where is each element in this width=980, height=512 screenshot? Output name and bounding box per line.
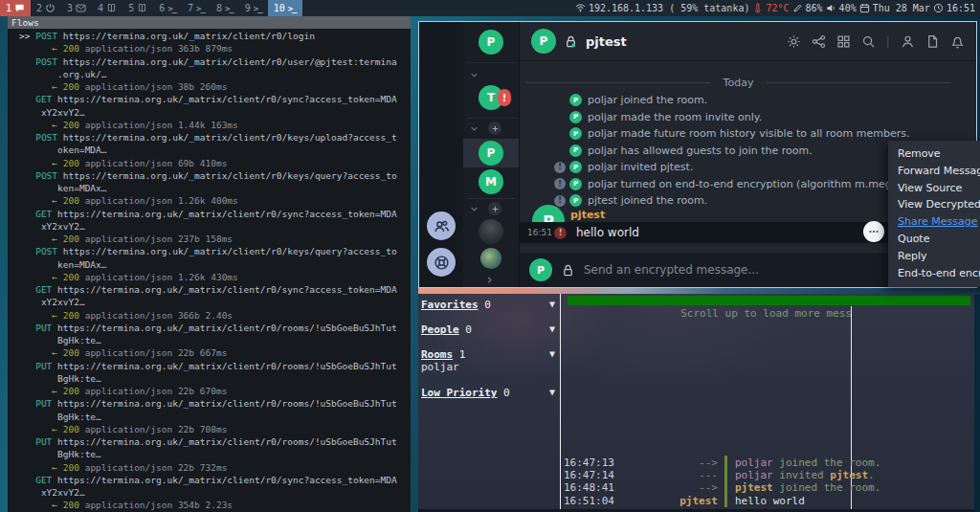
collapse-triangle-icon[interactable]: ▼ [549,323,555,334]
flow-line[interactable]: BgHk:te… [8,411,411,423]
workspace-7[interactable]: 7>_ [182,0,211,16]
room-avatar-m[interactable]: M [479,169,503,194]
flow-line[interactable]: ← 200 application/json 1.26k 430ms [8,271,411,283]
flow-line[interactable]: PUT https://termina.org.uk/_matrix/clien… [8,360,411,372]
flow-line[interactable]: BgHk:te… [8,448,411,460]
flow-line[interactable]: PUT https://termina.org.uk/_matrix/clien… [8,322,411,334]
unencrypted-warning-icon: ! [554,162,566,173]
flow-line[interactable]: BgHk:te… [8,372,411,385]
chevron-down-icon[interactable] [469,204,479,214]
flow-line[interactable]: ← 200 application/json 354b 2.23s [8,499,411,511]
flow-line[interactable]: GET https://termina.org.uk/_matrix/clien… [8,283,411,296]
workspace-5[interactable]: 5 [122,0,153,16]
flow-line[interactable]: xY2xvY2… [8,296,411,308]
time: 16:51 [947,3,975,13]
room-avatar-image[interactable] [480,248,501,269]
room-avatar-pjtest[interactable]: P [479,141,503,166]
flow-line[interactable]: GET https://termina.org.uk/_matrix/clien… [8,208,411,220]
room-avatar-image[interactable] [479,219,503,244]
share-icon[interactable] [812,34,826,49]
event-text: pjtest joined the room. [588,194,707,207]
notifications-bell-icon[interactable] [950,34,965,49]
flow-line[interactable]: >> POST https://termina.org.uk/_matrix/c… [8,30,411,42]
section-people[interactable]: People 0 [421,323,472,336]
unverified-warning-icon: ! [554,227,567,239]
members-icon[interactable] [901,34,915,49]
flow-line[interactable]: POST https://termina.org.uk/_matrix/clie… [8,56,411,68]
explore-rooms-button[interactable] [427,248,456,277]
message-options-button[interactable] [863,221,884,242]
account-avatar[interactable]: P [479,30,503,55]
flow-line[interactable]: oken=MDA… [8,144,411,156]
flow-line[interactable]: ← 200 application/json 22b 667ms [8,346,411,359]
add-room-icon[interactable] [488,122,501,135]
settings-gear-icon[interactable] [787,34,801,49]
search-icon[interactable] [861,34,876,49]
flow-line[interactable]: ← 200 application/json 363b 879ms [8,42,411,55]
matrix-room-rail: P T ! P M [463,22,520,287]
menu-item-quote[interactable]: Quote [888,231,980,248]
chevron-right-icon[interactable] [484,275,495,285]
flow-line[interactable]: ← 200 application/json 1.44k 163ms [8,119,411,131]
terminal-icon: >_ [225,3,234,13]
flow-line[interactable]: xY2xvY2… [8,106,411,119]
workspace-1[interactable]: 1 [0,0,31,16]
flow-line[interactable]: ken=MDAx… [8,182,411,194]
chevron-down-icon[interactable] [469,123,479,134]
message-time: 16:51:04 [564,495,617,507]
composer-placeholder[interactable]: Send an encrypted message... [584,263,759,277]
flow-line[interactable]: ← 200 application/json 38b 260ms [8,80,411,93]
chevron-down-icon[interactable] [469,70,479,80]
collapse-triangle-icon[interactable]: ▼ [549,299,555,309]
section-favorites[interactable]: Favorites 0 [421,299,491,311]
flow-line[interactable]: ← 200 application/json 1.26k 400ms [8,194,411,207]
add-room-icon[interactable] [488,202,501,215]
menu-item-share-message[interactable]: Share Message [888,213,980,231]
workspace-number: 8 [216,3,222,13]
history-load-bar [568,296,970,305]
flow-line[interactable]: PUT https://termina.org.uk/_matrix/clien… [8,397,411,410]
menu-item-remove[interactable]: Remove [888,145,980,163]
collapse-triangle-icon[interactable]: ▼ [549,387,555,397]
section-rooms[interactable]: Rooms 1 [421,348,465,361]
flow-line[interactable]: ← 200 application/json 237b 158ms [8,233,411,245]
flow-line[interactable]: BgHk:te… [8,334,411,346]
workspace-10[interactable]: 10>_ [268,0,302,16]
workspace-4[interactable]: 4 [92,0,122,16]
direct-chats-button[interactable] [427,211,456,240]
flow-line[interactable]: ← 200 application/json 22b 732ms [8,461,411,474]
message-part: hello world [735,495,805,507]
flow-line[interactable]: xY2xvY2… [8,220,411,233]
flow-line[interactable]: PUT https://termina.org.uk/_matrix/clien… [8,435,411,448]
grid-icon[interactable] [836,34,851,49]
flow-line[interactable]: POST https://termina.org.uk/_matrix/clie… [8,245,411,257]
collapse-triangle-icon[interactable]: ▼ [549,348,555,359]
flow-line[interactable]: xY2xvY2… [8,486,411,499]
flow-line[interactable]: GET https://termina.org.uk/_matrix/clien… [8,93,411,105]
workspace-8[interactable]: 8>_ [211,0,239,16]
menu-item-forward-message[interactable]: Forward Message [888,163,980,180]
flow-line[interactable]: POST https://termina.org.uk/_matrix/clie… [8,169,411,182]
section-low-priority[interactable]: Low Priority 0 [421,387,510,399]
workspace-6[interactable]: 6>_ [153,0,182,16]
flow-line[interactable]: GET https://termina.org.uk/_matrix/clien… [8,474,411,486]
flow-line[interactable]: ken=MDAx… [8,258,411,271]
flow-line[interactable]: ← 200 application/json 366b 2.40s [8,309,411,322]
gomuks-message: 16:51:04pjtesthello world [564,495,840,507]
menu-item-reply[interactable]: Reply [888,248,980,265]
room-header-avatar[interactable]: P [531,29,556,54]
menu-item-view-source[interactable]: View Source [888,180,980,197]
menu-item-end-to-end-encry[interactable]: End-to-end encry [888,265,980,282]
room-list-item[interactable]: poljar [421,361,459,373]
flow-line[interactable]: ← 200 application/json 69b 410ms [8,157,411,169]
workspace-3[interactable]: 3 [61,0,92,16]
menu-item-view-decrypted-s[interactable]: View Decrypted S [888,196,980,213]
workspace-2[interactable]: 2 [31,0,61,16]
flow-line[interactable]: ← 200 application/json 22b 708ms [8,423,411,435]
files-icon[interactable] [925,34,940,49]
flow-line[interactable]: .org.uk/… [8,68,411,80]
flow-line[interactable]: POST https://termina.org.uk/_matrix/clie… [8,131,411,144]
flow-line[interactable]: ← 200 application/json 22b 670ms [8,385,411,397]
rail-divider [467,118,515,119]
workspace-9[interactable]: 9>_ [239,0,268,16]
